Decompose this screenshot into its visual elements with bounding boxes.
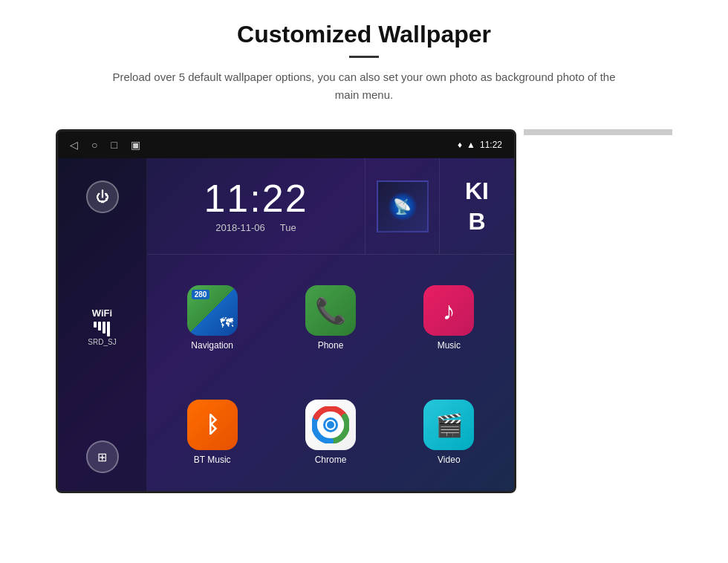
status-right: ♦ ▲ 11:22 — [458, 140, 502, 150]
app-music[interactable]: ♪ Music — [393, 264, 505, 372]
app-navigation-label: Navigation — [191, 340, 233, 351]
app-chrome[interactable]: Chrome — [274, 378, 386, 486]
wifi-label: WiFi — [88, 307, 116, 319]
location-icon: ♦ — [458, 140, 462, 150]
status-left: ◁ ○ □ ▣ — [70, 139, 140, 151]
app-phone[interactable]: 📞 Phone — [274, 264, 386, 372]
app-chrome-label: Chrome — [315, 455, 347, 465]
apps-grid: 280 🗺 Navigation 📞 Phone — [147, 255, 514, 493]
page-title: Customized Wallpaper — [59, 21, 669, 48]
clock-date: 2018-11-06 Tue — [215, 222, 296, 233]
app-bt-music-label: BT Music — [194, 455, 231, 465]
app-music-label: Music — [438, 340, 461, 351]
status-time: 11:22 — [480, 140, 502, 150]
widget-area: 📡 KI B — [365, 158, 514, 255]
top-row: 11:22 2018-11-06 Tue 📡 K — [147, 158, 514, 255]
screen-body: ⏻ WiFi SRD_SJ ⊞ — [58, 158, 514, 493]
radio-icon-box: 📡 — [377, 180, 429, 232]
radio-widget[interactable]: 📡 — [365, 158, 440, 255]
sidebar: ⏻ WiFi SRD_SJ ⊞ — [58, 158, 147, 493]
bridge-tower-left — [580, 132, 586, 134]
wallpaper-preview-2[interactable]: CarSetting — [524, 132, 672, 135]
wallpaper-panel: CarSetting — [524, 129, 672, 135]
device-frame: ◁ ○ □ ▣ ♦ ▲ 11:22 ⏻ WiFi — [56, 129, 516, 493]
wifi-ssid: SRD_SJ — [88, 338, 116, 346]
app-navigation[interactable]: 280 🗺 Navigation — [156, 264, 268, 372]
screen-main: 11:22 2018-11-06 Tue 📡 K — [147, 158, 514, 493]
app-phone-label: Phone — [318, 340, 344, 351]
day-value: Tue — [280, 222, 296, 233]
app-video[interactable]: 🎬 Video — [393, 378, 505, 486]
title-divider — [349, 56, 379, 58]
sidebar-bottom: ⊞ — [86, 440, 119, 473]
wifi-icon: ▲ — [467, 140, 475, 150]
page-header: Customized Wallpaper Preload over 5 defa… — [0, 0, 728, 116]
date-value: 2018-11-06 — [215, 222, 265, 233]
recent-icon[interactable]: □ — [111, 139, 117, 151]
sidebar-top: ⏻ — [86, 180, 119, 213]
screenshot-icon[interactable]: ▣ — [131, 139, 140, 151]
apps-grid-button[interactable]: ⊞ — [86, 440, 119, 473]
status-bar: ◁ ○ □ ▣ ♦ ▲ 11:22 — [58, 131, 514, 158]
wifi-signal — [88, 322, 116, 336]
ki-widget: KI B — [440, 158, 514, 255]
page-subtitle: Preload over 5 default wallpaper options… — [104, 68, 624, 104]
wifi-widget: WiFi SRD_SJ — [88, 307, 116, 346]
svg-point-3 — [327, 421, 334, 429]
radio-signal-icon: 📡 — [388, 192, 417, 221]
b-letter: B — [468, 208, 485, 235]
app-video-label: Video — [438, 455, 460, 465]
ki-letter: KI — [465, 178, 489, 205]
app-bt-music[interactable]: ᛒ BT Music — [156, 378, 268, 486]
clock-time: 11:22 — [204, 179, 308, 218]
bridge-tower-right — [602, 132, 608, 134]
main-content: ◁ ○ □ ▣ ♦ ▲ 11:22 ⏻ WiFi — [0, 116, 728, 493]
power-button[interactable]: ⏻ — [86, 180, 119, 213]
clock-widget: 11:22 2018-11-06 Tue — [147, 158, 365, 255]
chrome-svg — [312, 406, 349, 443]
back-icon[interactable]: ◁ — [70, 139, 78, 151]
home-icon[interactable]: ○ — [91, 139, 97, 151]
